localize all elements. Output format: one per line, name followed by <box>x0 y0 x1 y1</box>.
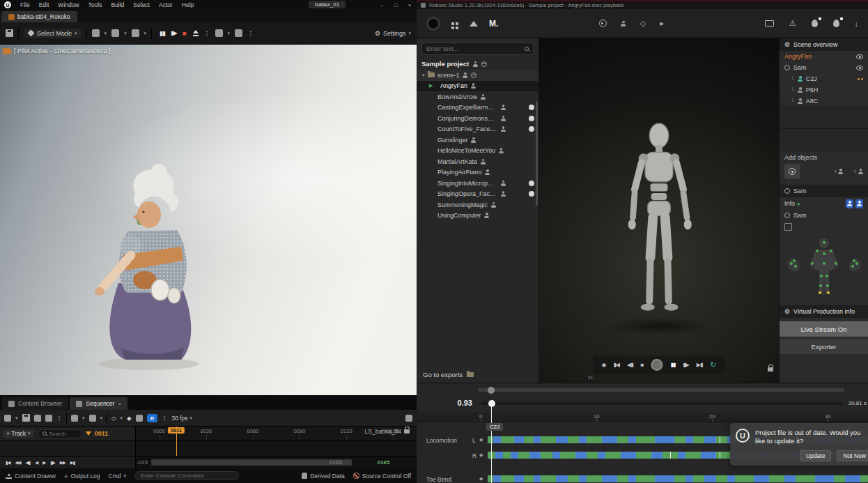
keyframe-diamond-icon[interactable]: ◆ <box>479 452 483 458</box>
add-actor-chevron-icon[interactable]: ▾ <box>104 31 107 36</box>
menu-actor[interactable]: Actor <box>159 1 173 8</box>
menu-file[interactable]: File <box>20 1 30 8</box>
not-now-button[interactable]: Not Now <box>837 450 868 461</box>
time-slider-knob[interactable] <box>488 400 495 407</box>
scene-item-sam[interactable]: Sam <box>780 62 868 73</box>
record-button[interactable] <box>651 359 662 371</box>
motion-library-logo[interactable]: M. <box>489 19 498 29</box>
content-drawer-button[interactable]: Content Drawer <box>6 473 56 480</box>
timeline-playhead-line[interactable] <box>491 402 492 483</box>
scene-overview-header[interactable]: ⚙ Scene overview <box>780 38 868 51</box>
frame-skip-icon[interactable]: ▮▶ <box>171 30 177 36</box>
scene-layers-icon[interactable] <box>470 21 478 26</box>
tree-item-singingopera[interactable]: SingingOpera_FaceCap <box>417 189 538 200</box>
library-search[interactable] <box>421 43 534 55</box>
platforms-icon[interactable] <box>215 29 223 37</box>
snap-more-icon[interactable]: ⋮ <box>162 415 168 422</box>
zoom-knob[interactable] <box>488 387 495 394</box>
pause-icon[interactable]: ▮▮ <box>160 30 165 37</box>
close-icon[interactable]: × <box>403 0 417 10</box>
cinematics-chevron-icon[interactable]: ▾ <box>144 31 147 36</box>
stop-icon[interactable]: ■ <box>183 29 187 37</box>
tab-sequencer[interactable]: Sequencer × <box>70 397 127 410</box>
sequencer-options-icon[interactable] <box>4 415 11 422</box>
live-stream-button[interactable]: Live Stream On <box>780 321 868 337</box>
pause-button[interactable]: ▮▮ <box>670 362 675 368</box>
menu-help[interactable]: Help <box>182 1 194 8</box>
tree-item-angryfan[interactable]: ▶ AngryFan <box>417 81 538 92</box>
keyframe-diamond-icon[interactable]: ◆ <box>479 476 483 482</box>
calibration-icon[interactable] <box>599 20 607 27</box>
left-glove-icon[interactable] <box>846 199 853 208</box>
menu-edit[interactable]: Edit <box>39 1 49 8</box>
fps-dropdown[interactable]: 30 fps ▾ <box>171 415 192 422</box>
time-slider[interactable] <box>481 402 843 405</box>
tree-item-playingairpiano[interactable]: PlayingAirPiano <box>417 167 538 178</box>
keyframe-diamond-icon[interactable]: ◆ <box>479 437 483 443</box>
menu-build[interactable]: Build <box>111 1 124 8</box>
curves-icon[interactable] <box>71 415 78 422</box>
edit-pen-icon[interactable] <box>136 415 143 422</box>
visibility-eye-icon[interactable] <box>856 54 863 59</box>
sequencer-options-chevron-icon[interactable]: ▾ <box>15 415 18 421</box>
toe-bend-bar[interactable] <box>488 475 868 482</box>
jump-back-button[interactable]: ◀◀ <box>15 460 21 466</box>
smartgloves-icon[interactable] <box>833 20 839 27</box>
settings-dropdown[interactable]: ⚙ Settings ▾ <box>375 30 411 37</box>
jump-to-end-button[interactable]: ▶▮ <box>70 460 75 466</box>
playhead-clip-tag[interactable]: C2J <box>486 423 503 431</box>
scene-item-c2j[interactable]: └ C2J <box>780 73 868 84</box>
jump-forward-button[interactable]: ▶▶ <box>60 460 65 466</box>
visibility-icon[interactable] <box>89 415 96 422</box>
track-list-empty[interactable] <box>0 440 135 456</box>
visibility-eye-icon[interactable] <box>856 66 863 70</box>
keyframe-chevron-icon[interactable]: ▾ <box>121 415 123 421</box>
step-forward-button[interactable]: ▮▶ <box>50 460 55 466</box>
create-camera-icon[interactable] <box>34 415 41 422</box>
add-prop-button[interactable]: + <box>853 168 863 175</box>
derived-data-button[interactable]: Derived Data <box>302 473 345 480</box>
close-tab-icon[interactable]: × <box>118 401 121 407</box>
window-tab-babka01[interactable]: babka_01 <box>309 1 346 8</box>
jump-to-end-button[interactable]: ▶▮ <box>697 362 703 368</box>
right-glove-icon[interactable] <box>855 199 863 208</box>
library-search-input[interactable] <box>426 45 525 52</box>
actor-icon[interactable] <box>621 21 626 26</box>
tree-item-counttofive[interactable]: CountToFive_FaceCap <box>417 124 538 135</box>
blueprint-chevron-icon[interactable]: ▾ <box>124 31 127 36</box>
tree-item-hellonicetomeetyou[interactable]: HelloNiceToMeetYou <box>417 146 538 157</box>
tree-item-conjuringdemons[interactable]: ConjuringDemons_FaceCap <box>417 113 538 124</box>
sequencer-search[interactable] <box>38 429 82 438</box>
tree-item-bowandarrow[interactable]: BowAndArrow <box>417 91 538 102</box>
select-mode-dropdown[interactable]: Select Mode ▾ <box>24 29 82 38</box>
tree-item-castingexpelliarmus[interactable]: CastingExpelliarmus_FaceCap <box>417 102 538 114</box>
step-back-button[interactable]: ◀▮ <box>26 460 31 466</box>
output-log-button[interactable]: ≡ Output Log <box>65 473 100 480</box>
tree-item-singingintomicrophone[interactable]: SingingIntoMicrophone_FaceCap <box>417 178 538 189</box>
tree-item-usingcomputer[interactable]: UsingComputer <box>417 210 538 222</box>
scene-item-p6h[interactable]: └ P6H <box>780 84 868 95</box>
tree-item-martialartkata[interactable]: MartialArtKata <box>417 156 538 167</box>
tab-content-browser[interactable]: Content Browser <box>2 397 68 410</box>
unreal-logo-icon[interactable]: U <box>4 1 11 8</box>
play-button[interactable]: ▶ <box>42 460 45 466</box>
info-expand-icon[interactable]: ▸ <box>798 201 800 207</box>
play-options-more-icon[interactable]: ⋮ <box>204 30 210 37</box>
blueprint-icon[interactable] <box>111 29 119 37</box>
expand-chevron-icon[interactable]: ▾ <box>422 72 425 78</box>
menu-select[interactable]: Select <box>133 1 150 8</box>
play-reverse-button[interactable]: ◀ <box>35 460 38 466</box>
minimize-icon[interactable]: – <box>375 0 389 10</box>
viewport-lock-icon[interactable] <box>768 367 773 371</box>
jump-to-start-button[interactable]: ▮◀ <box>6 460 10 466</box>
timeline-zoom-scrollbar[interactable] <box>478 388 844 392</box>
sam-item-row[interactable]: Sam <box>780 210 868 221</box>
render-movie-icon[interactable] <box>45 415 52 422</box>
virtual-production-header[interactable]: ⚙ Virtual Production info <box>780 305 868 318</box>
range-scrollbar[interactable] <box>151 459 352 466</box>
timeline-ruler[interactable]: 0 10 20 30 <box>417 413 868 422</box>
go-to-exports-button[interactable]: Go to exports <box>423 371 474 378</box>
filter-icon[interactable] <box>86 431 91 436</box>
library-scrollbar[interactable] <box>536 101 538 206</box>
tree-item-scene-1[interactable]: ▾ scene-1 <box>417 70 538 81</box>
